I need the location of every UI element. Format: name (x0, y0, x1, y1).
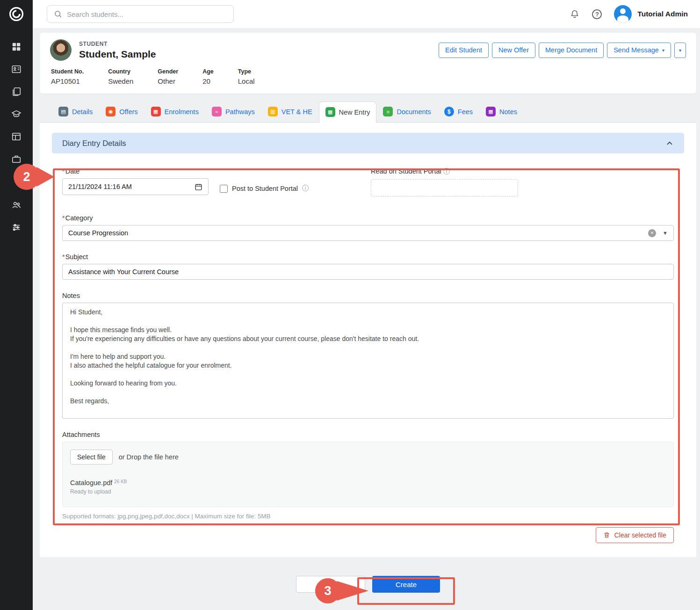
copy-pages-icon (11, 87, 22, 97)
footer-actions: Create (40, 576, 696, 593)
student-meta: STUDENT Student, Sample (79, 41, 156, 60)
search-icon (54, 10, 62, 18)
collapse-chevron-icon[interactable] (665, 139, 674, 147)
category-select[interactable]: Course Progression ✕ ▼ (62, 225, 674, 241)
drop-hint: or Drop the file here (119, 453, 179, 461)
user-name: Tutorial Admin (637, 10, 688, 18)
tab-fees[interactable]: $Fees (438, 101, 479, 122)
tab-vet-he[interactable]: ▥VET & HE (261, 101, 319, 122)
read-portal-group: Read on Student Portal ⓘ (371, 167, 518, 196)
post-to-portal-checkbox[interactable] (220, 185, 228, 193)
selected-file-item: Catalogue.pdf26 KB Ready to upload (70, 479, 666, 495)
search-box (47, 5, 234, 23)
sidebar-item-courses[interactable] (11, 109, 22, 119)
tab-new-entry[interactable]: ▦New Entry (319, 102, 377, 123)
calendar-icon[interactable] (195, 183, 202, 191)
sidebar-item-settings[interactable] (11, 222, 22, 232)
subject-label: *Subject (62, 253, 674, 261)
info-age: Age 20 (202, 68, 214, 85)
user-menu[interactable]: Tutorial Admin (614, 5, 688, 23)
info-country: Country Sweden (108, 68, 133, 85)
app-logo-icon[interactable] (0, 0, 33, 28)
merge-document-button[interactable]: Merge Document (539, 43, 604, 58)
trash-icon (603, 531, 610, 539)
post-to-portal-label: Post to Student Portal (232, 185, 298, 192)
tab-notes[interactable]: ▦Notes (479, 101, 524, 122)
student-name: Student, Sample (79, 49, 156, 60)
date-input[interactable]: 21/11/2024 11:16 AM (62, 178, 209, 195)
help-icon[interactable]: ? (592, 9, 602, 19)
post-portal-group: Post to Student Portal ⓘ (220, 184, 309, 193)
sidebar-item-documents[interactable] (11, 87, 22, 97)
clear-category-icon[interactable]: ✕ (648, 229, 656, 237)
notes-tab-icon: ▦ (486, 107, 496, 116)
supported-formats-note: Supported formats: jpg,png,jpeg,pdf,doc,… (62, 513, 674, 520)
read-portal-input (371, 179, 518, 196)
file-status: Ready to upload (70, 488, 666, 495)
student-header-top: STUDENT Student, Sample Edit Student New… (40, 33, 696, 63)
category-label: *Category (62, 214, 674, 222)
clear-file-row: Clear selected file (52, 527, 684, 543)
subject-field-group: *Subject Assistance with Your Current Co… (62, 253, 674, 280)
table-icon (11, 131, 22, 142)
tab-details[interactable]: ▤Details (52, 101, 99, 122)
subject-input[interactable]: Assistance with Your Current Course (62, 264, 674, 280)
sidebar-item-contacts[interactable] (11, 64, 22, 74)
sidebar-item-tables[interactable] (11, 131, 22, 142)
caret-down-icon: ▾ (662, 48, 664, 53)
notes-textarea[interactable]: Hi Student, I hope this message finds yo… (62, 303, 674, 419)
student-kicker: STUDENT (79, 41, 156, 47)
attachments-label: Attachments (62, 431, 674, 438)
panel-header: Diary Entry Details (52, 133, 684, 153)
details-tab-icon: ▤ (58, 107, 68, 116)
sliders-icon (11, 222, 22, 232)
student-header-card: STUDENT Student, Sample Edit Student New… (40, 33, 696, 94)
main-content: STUDENT Student, Sample Edit Student New… (40, 33, 696, 593)
fees-tab-icon: $ (444, 107, 454, 116)
read-portal-label: Read on Student Portal ⓘ (371, 167, 518, 176)
new-entry-tab-icon: ▦ (325, 107, 335, 117)
sidebar-item-briefcase[interactable] (11, 154, 22, 164)
tab-offers[interactable]: ◉Offers (99, 101, 144, 122)
sidebar (0, 0, 33, 610)
notifications-bell-icon[interactable] (570, 9, 580, 19)
contact-card-icon (11, 64, 22, 74)
offers-tab-icon: ◉ (106, 107, 115, 116)
sidebar-item-dashboard[interactable] (11, 42, 22, 52)
send-message-button[interactable]: Send Message▾ (607, 43, 671, 58)
edit-student-button[interactable]: Edit Student (439, 43, 489, 58)
file-size: 26 KB (114, 479, 127, 484)
attachments-group: Attachments Select file or Drop the file… (62, 431, 674, 520)
notes-label: Notes (62, 292, 674, 299)
new-offer-button[interactable]: New Offer (492, 43, 535, 58)
student-actions: Edit Student New Offer Merge Document Se… (439, 43, 686, 58)
dashboard-icon (11, 42, 22, 52)
caret-down-icon: ▾ (679, 48, 681, 53)
info-gender: Gender Other (158, 68, 178, 85)
sidebar-item-agents[interactable] (11, 200, 22, 210)
topbar-right: ? Tutorial Admin (570, 5, 688, 23)
info-type: Type Local (238, 68, 255, 85)
sidebar-nav (11, 28, 22, 232)
search-input[interactable] (67, 10, 227, 18)
briefcase-icon (11, 154, 22, 164)
more-actions-dropdown-button[interactable]: ▾ (674, 43, 686, 58)
info-icon: ⓘ (443, 167, 450, 175)
tab-pathways[interactable]: ≈Pathways (205, 101, 261, 122)
tab-enrolments[interactable]: ▦Enrolments (144, 101, 205, 122)
create-button[interactable]: Create (372, 576, 440, 593)
student-avatar (50, 39, 72, 61)
select-file-button[interactable]: Select file (70, 450, 113, 465)
diary-entry-panel: Diary Entry Details *Date 21/11/2024 11:… (40, 123, 696, 557)
panel-title: Diary Entry Details (62, 139, 126, 148)
people-icon (11, 200, 22, 210)
file-drop-zone[interactable]: Select file or Drop the file here Catalo… (62, 442, 674, 507)
info-student-no: Student No. AP10501 (51, 68, 84, 85)
user-avatar (614, 5, 632, 23)
clear-selected-file-button[interactable]: Clear selected file (596, 527, 674, 543)
diary-entry-form: *Date 21/11/2024 11:16 AM Post to Studen… (52, 167, 684, 520)
date-field-group: *Date 21/11/2024 11:16 AM (62, 167, 209, 195)
footer-secondary-button[interactable] (296, 576, 365, 593)
caret-down-icon[interactable]: ▼ (663, 230, 668, 236)
tab-documents[interactable]: ≡Documents (376, 101, 437, 122)
